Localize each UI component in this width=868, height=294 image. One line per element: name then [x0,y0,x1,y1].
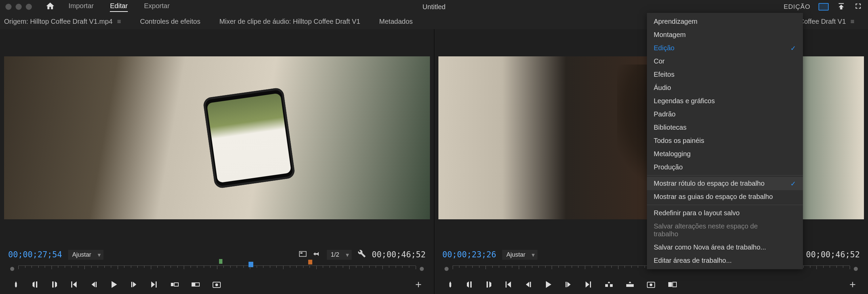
nav-export[interactable]: Exportar [144,2,170,12]
ws-reset[interactable]: Redefinir para o layout salvo [647,206,803,220]
svg-rect-3 [174,283,178,286]
program-duration: 00;00;46;52 [806,250,860,259]
ruler-start-dot [10,267,14,271]
app-topbar: Importar Editar Exportar Untitled EDIÇÃO [0,0,868,14]
insert-button[interactable] [170,281,179,288]
mark-in-button[interactable] [466,281,473,288]
maximize-window[interactable] [26,4,32,10]
nav-edit[interactable]: Editar [110,2,127,12]
mark-in-button[interactable] [32,281,39,288]
overwrite-button[interactable] [191,281,200,288]
svg-rect-5 [192,283,195,286]
tab-program-menu-icon[interactable]: ≡ [850,18,854,25]
program-timecode[interactable]: 00;00;23;26 [442,250,496,259]
step-forward-button[interactable] [565,281,572,288]
add-marker-button[interactable] [12,281,20,288]
extract-button[interactable] [626,281,634,288]
ws-show-label[interactable]: Mostrar rótulo do espaço de trabalho ✓ [647,177,803,190]
workspace-menu-icon[interactable] [818,3,829,11]
mark-out-button[interactable] [51,281,58,288]
go-to-out-button[interactable] [150,281,158,288]
program-transport: + [438,275,864,294]
step-back-button[interactable] [525,281,532,288]
fullscreen-icon[interactable] [854,2,863,12]
source-settings-icon[interactable] [358,250,366,260]
minimize-window[interactable] [16,4,22,10]
source-drag-video-icon[interactable] [313,251,321,259]
ws-effects[interactable]: Efeitos [647,68,803,81]
play-button[interactable] [110,280,118,289]
nav-import[interactable]: Importar [68,2,94,12]
source-monitor-panel: 00;00;27;54 Ajustar 1/2 00;00;46;52 [0,29,434,294]
source-transport: + [4,275,430,294]
ws-editing[interactable]: Edição ✓ [647,41,803,55]
ws-audio[interactable]: Áudio [647,81,803,94]
source-preview[interactable] [4,29,430,246]
source-ruler-track[interactable] [18,265,416,272]
window-controls [5,4,32,10]
button-editor-add[interactable]: + [849,278,856,291]
ws-learning[interactable]: Aprendizagem [647,15,803,28]
svg-rect-2 [171,283,174,286]
ws-edit[interactable]: Editar áreas de trabalho... [647,254,803,267]
step-forward-button[interactable] [130,281,138,288]
export-frame-button[interactable] [647,281,655,288]
close-window[interactable] [5,4,12,10]
topbar-right: EDIÇÃO [784,2,863,12]
workspace-label[interactable]: EDIÇÃO [784,3,810,11]
svg-rect-13 [668,282,672,287]
ws-default[interactable]: Padrão [647,108,803,121]
home-icon[interactable] [45,1,55,13]
export-frame-button[interactable] [212,281,221,288]
tab-audio-mixer[interactable]: Mixer de clipe de áudio: Hilltop Coffee … [210,18,370,25]
source-ruler[interactable] [4,263,430,275]
tab-source[interactable]: Origem: Hilltop Coffee Draft V1.mp4 ≡ [4,18,131,25]
mark-out-button[interactable] [485,281,492,288]
play-button[interactable] [544,280,552,289]
ws-libraries[interactable]: Bibliotecas [647,121,803,134]
out-marker[interactable] [308,260,312,264]
source-playhead[interactable] [249,262,253,267]
comparison-view-button[interactable] [668,281,677,288]
quick-export-icon[interactable] [837,2,846,12]
check-icon: ✓ [790,44,796,52]
in-marker[interactable] [219,259,222,264]
svg-point-7 [215,283,218,286]
tab-source-menu-icon[interactable]: ≡ [117,18,121,25]
source-overlay-icon[interactable] [299,251,307,259]
ws-color[interactable]: Cor [647,55,803,68]
source-resolution-select[interactable]: 1/2 [327,250,352,260]
ruler-end-dot [420,267,424,271]
source-video-frame [4,56,430,219]
ws-metalogging[interactable]: Metalogging [647,147,803,161]
tab-metadata[interactable]: Metadados [370,18,422,25]
add-marker-button[interactable] [447,281,454,288]
tab-effect-controls[interactable]: Controles de efeitos [131,18,210,25]
go-to-in-button[interactable] [70,281,78,288]
menu-separator [647,175,803,176]
menu-separator [647,205,803,205]
ruler-end-dot [854,267,858,271]
ws-save-as[interactable]: Salvar como Nova área de trabalho... [647,241,803,254]
ws-editing-label: Edição [654,44,674,52]
go-to-out-button[interactable] [584,281,592,288]
top-nav: Importar Editar Exportar [68,2,170,12]
document-title: Untitled [422,3,446,11]
ws-production[interactable]: Produção [647,161,803,174]
ws-show-tabs[interactable]: Mostrar as guias do espaço de trabalho [647,190,803,203]
program-zoom-select[interactable]: Ajustar [502,250,537,260]
source-controls-row: 00;00;27;54 Ajustar 1/2 00;00;46;52 [4,246,430,263]
go-to-in-button[interactable] [504,281,512,288]
source-zoom-select[interactable]: Ajustar [68,250,103,260]
ws-captions[interactable]: Legendas e gráficos [647,94,803,108]
ws-assembly[interactable]: Montagem [647,28,803,41]
svg-point-12 [650,283,652,286]
source-timecode[interactable]: 00;00;27;54 [8,250,62,259]
button-editor-add[interactable]: + [415,278,422,291]
phone-prop [202,87,295,188]
step-back-button[interactable] [90,281,98,288]
svg-rect-8 [605,284,608,287]
ws-all-panels[interactable]: Todos os painéis [647,134,803,147]
svg-rect-1 [300,252,302,254]
lift-button[interactable] [605,281,613,288]
